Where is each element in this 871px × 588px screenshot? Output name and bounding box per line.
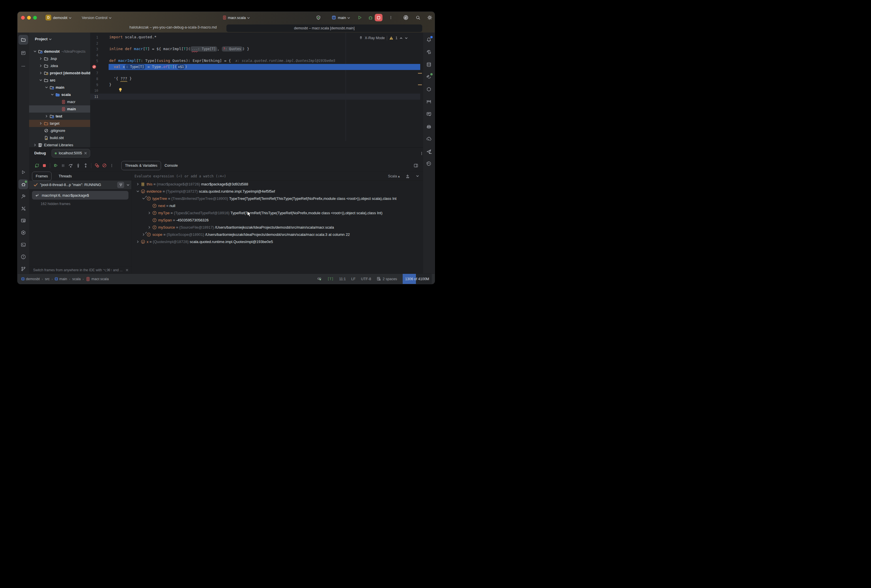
code-line-8[interactable]: '{ ??? } <box>109 76 132 81</box>
line-number[interactable]: 9 <box>90 83 98 87</box>
breadcrumb-macr-scala[interactable]: macr.scala <box>86 277 109 281</box>
line-number[interactable]: 5 <box>90 59 98 63</box>
tab-frames[interactable]: Frames <box>32 172 52 181</box>
code-line-6[interactable]: val x: Type[T] = Type.of[T](x$1) <box>109 64 187 69</box>
inspections-widget-icon[interactable] <box>317 277 322 281</box>
file-switcher[interactable]: macr.scala <box>228 15 250 21</box>
version-control-tool-button[interactable] <box>18 264 28 274</box>
zoom-window-button[interactable] <box>33 16 37 19</box>
profiler-icon[interactable] <box>315 14 322 21</box>
breadcrumb-main[interactable]: main <box>55 277 67 281</box>
dependencies-tool-button[interactable] <box>424 84 434 94</box>
chevron-up-icon[interactable] <box>400 37 403 40</box>
chevron-right-icon[interactable] <box>38 122 43 125</box>
debug-button[interactable] <box>367 14 374 21</box>
tab-threads[interactable]: Threads <box>55 172 75 181</box>
build-hammer-tool-button[interactable] <box>18 192 28 201</box>
close-window-button[interactable] <box>21 16 25 19</box>
tab-console[interactable]: Console <box>161 161 181 170</box>
line-number[interactable]: 3 <box>90 47 98 51</box>
indent-widget[interactable]: 2 spaces <box>377 277 397 281</box>
run-tool-button[interactable] <box>18 167 28 177</box>
run-button[interactable] <box>356 14 363 21</box>
chevron-down-icon[interactable] <box>43 86 49 89</box>
chevron-right-icon[interactable] <box>38 64 43 67</box>
mute-breakpoints-button[interactable] <box>100 162 108 169</box>
more-actions-button[interactable] <box>388 14 394 21</box>
language-selector[interactable]: Scala ▴ <box>388 174 400 178</box>
variable-row-mySpan[interactable]: fmySpan = -450359573056326 <box>132 217 423 224</box>
memory-indicator[interactable]: 1306 of 4100M <box>403 274 432 284</box>
more-vertical-button[interactable] <box>108 162 115 169</box>
pause-button[interactable] <box>59 162 67 169</box>
rerun-button[interactable] <box>33 162 40 169</box>
type-aware-badge[interactable]: [T] <box>327 277 334 281</box>
tree-item--bsp[interactable]: .bsp <box>29 55 90 62</box>
tree-item-main[interactable]: main <box>29 105 90 112</box>
chevron-down-icon[interactable] <box>38 79 43 82</box>
code-line-9[interactable]: } <box>109 82 111 87</box>
encoding-widget[interactable]: UTF-8 <box>361 277 371 281</box>
documentation-tool-button[interactable] <box>424 109 434 119</box>
xray-mode-widget[interactable]: X-Ray Mode 1 <box>358 34 409 42</box>
variable-row-typeTree[interactable]: ftypeTree = {Trees$InferredTypeTree@1890… <box>132 195 423 202</box>
chevron-down-icon[interactable] <box>135 190 140 193</box>
chevron-right-icon[interactable] <box>147 226 152 229</box>
stack-frame-selected[interactable]: macrImpl:6, macr$package$ <box>32 191 129 199</box>
code-line-5[interactable]: def macrImpl[T: Type](using Quotes): Exp… <box>109 58 335 63</box>
breadcrumb-demosbt[interactable]: demosbt <box>21 277 40 281</box>
run-anything-tool-button[interactable] <box>18 228 28 238</box>
chevron-down-icon[interactable] <box>405 37 408 40</box>
chevron-down-icon[interactable] <box>416 175 419 178</box>
line-number[interactable]: 2 <box>90 42 98 45</box>
maven-tool-button[interactable] <box>424 97 434 106</box>
line-number[interactable]: 8 <box>90 77 98 81</box>
chevron-right-icon[interactable] <box>32 144 38 147</box>
chevron-down-icon[interactable] <box>32 50 38 53</box>
ai-assistant-icon[interactable] <box>403 14 409 21</box>
error-stripe-mark[interactable] <box>418 84 422 85</box>
cloud-shell-tool-button[interactable] <box>424 134 434 144</box>
thread-selector[interactable]: "pool-8-thread-8...p "main": RUNNING <box>29 181 131 189</box>
line-number[interactable]: 10 <box>90 89 98 93</box>
chevron-right-icon[interactable] <box>147 211 152 214</box>
copilot-tool-button[interactable] <box>424 121 434 131</box>
tree-item--idea[interactable]: .idea <box>29 62 90 69</box>
chevron-right-icon[interactable] <box>43 115 49 118</box>
variable-row-this[interactable]: this = {macr$package$@18726} macr$packag… <box>132 181 423 188</box>
notifications-tool-button[interactable] <box>424 35 434 45</box>
view-breakpoints-button[interactable] <box>93 162 100 169</box>
filter-frames-button[interactable] <box>117 182 124 188</box>
variable-row-x[interactable]: px = {QuotesImpl@18728} scala.quoted.run… <box>132 238 423 245</box>
line-number[interactable]: 1 <box>90 36 98 39</box>
step-over-button[interactable] <box>67 162 74 169</box>
evaluate-expression-input[interactable]: Evaluate expression (⏎) or add a watch (… <box>132 174 226 178</box>
settings-gear-icon[interactable] <box>426 14 433 21</box>
error-stripe-mark[interactable] <box>418 73 422 74</box>
vcs-widget[interactable]: Version Control <box>82 15 112 21</box>
debug-session-tab[interactable]: localhost:5005 <box>52 149 90 157</box>
more-horizontal-tool-button[interactable] <box>18 61 28 71</box>
code-editor[interactable]: X-Ray Mode 1 1import scala.quoted.*23inl… <box>90 33 423 147</box>
variable-row-myTpe[interactable]: fmyTpe = {Types$CachedTypeRef@18916} Typ… <box>132 209 423 217</box>
resume-button[interactable] <box>52 162 59 169</box>
tab-threads-variables[interactable]: Threads & Variables <box>121 161 161 170</box>
evaluate-expression-row[interactable]: Evaluate expression (⏎) or add a watch (… <box>132 172 423 181</box>
history-tool-button[interactable] <box>424 159 434 168</box>
tree-item-scala[interactable]: scala <box>29 91 90 98</box>
line-number[interactable]: 4 <box>90 53 98 57</box>
variable-row-evidence[interactable]: pevidence = {TypeImpl@18727} scala.quote… <box>132 188 423 195</box>
stop-button[interactable] <box>375 14 383 21</box>
terminal-tool-button[interactable] <box>18 240 28 250</box>
variable-row-next[interactable]: fnext = null <box>132 202 423 209</box>
project-widget[interactable]: demosbt <box>53 15 72 21</box>
chevron-right-icon[interactable] <box>135 183 140 186</box>
code-line-3[interactable]: inline def macr[T] = ${ macrImpl[T](...:… <box>109 46 249 51</box>
add-watch-icon[interactable] <box>406 174 410 178</box>
step-into-button[interactable] <box>74 162 82 169</box>
tree-item-target[interactable]: target <box>29 120 90 127</box>
breakpoint-icon[interactable] <box>92 64 96 69</box>
tree-item-test[interactable]: test <box>29 112 90 120</box>
variable-row-mySource[interactable]: fmySource = {SourceFile@18917} /Users/ba… <box>132 224 423 231</box>
line-number[interactable]: 7 <box>90 71 98 75</box>
